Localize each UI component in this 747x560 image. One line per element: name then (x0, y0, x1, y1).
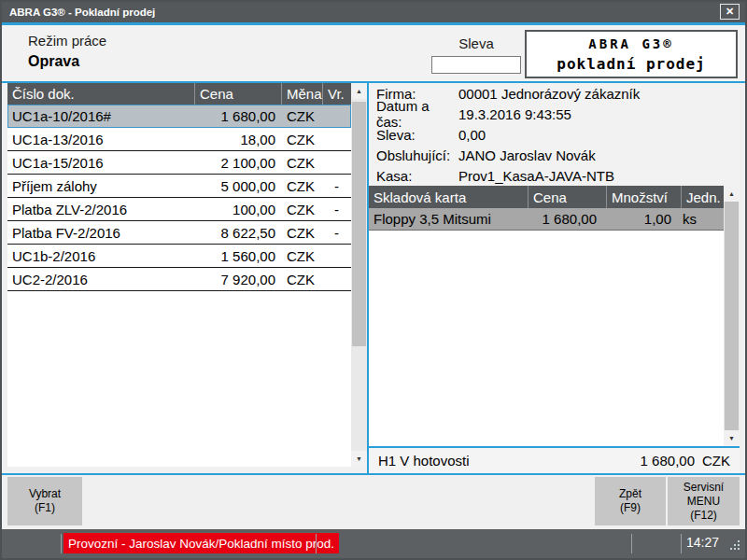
table-row[interactable]: UC1a-15/2016 2 100,00 CZK (7, 151, 351, 175)
table-row[interactable]: UC2-2/2016 7 920,00 CZK (7, 268, 351, 291)
col-stock-card: Skladová karta (369, 186, 528, 208)
info-row-datum: Datum a čas: 19.3.2016 9:43:55 (369, 104, 740, 124)
table-row[interactable]: UC1a-10/2016# 1 680,00 CZK (7, 105, 351, 128)
mode-value: Oprava (28, 53, 79, 70)
scroll-up-icon[interactable]: ▲ (724, 186, 740, 202)
scroll-up-icon[interactable]: ▲ (351, 83, 367, 99)
brand-line2: pokladní prodej (527, 55, 736, 73)
total-amount: 1 680,00 (641, 453, 702, 469)
col-quantity: Množství (606, 186, 681, 208)
service-menu-button[interactable]: Servisní MENU (F12) (668, 477, 740, 525)
documents-table-body: UC1a-10/2016# 1 680,00 CZK UC1a-13/2016 … (7, 105, 351, 467)
mode-label: Režim práce (28, 33, 106, 49)
payment-total-row: H1 V hotovosti 1 680,00 CZK (369, 446, 740, 473)
documents-scrollbar[interactable]: ▲ ▼ (351, 83, 367, 467)
documents-table-header: Číslo dok. Cena Měna Vr. (7, 83, 367, 105)
pos-window: ABRA G3® - Pokladní prodej ✕ Režim práce… (0, 0, 747, 560)
table-row[interactable]: UC1a-13/2016 18,00 CZK (7, 128, 351, 151)
col-currency: Měna (281, 83, 322, 105)
col-unit: Jedn. (681, 186, 724, 208)
status-badge: Provozní - Jaroslav Novák/Pokladní místo… (63, 533, 339, 553)
scroll-down-icon[interactable]: ▼ (351, 451, 367, 467)
select-button[interactable]: Vybrat (F1) (7, 477, 82, 525)
close-icon[interactable]: ✕ (720, 4, 740, 20)
table-row[interactable]: Příjem zálohy 5 000,00 CZK - (7, 175, 351, 198)
payment-method: H1 V hotovosti (369, 453, 641, 469)
button-bar: Vybrat (F1) Zpět (F9) Servisní MENU (F12… (2, 475, 745, 527)
scrollbar-thumb[interactable] (725, 202, 739, 430)
info-row-obsluhujici: Obsluhující: JANO Jaroslav Novák (369, 145, 740, 165)
items-scrollbar[interactable]: ▲ ▼ (724, 186, 740, 446)
discount-input[interactable] (431, 56, 521, 74)
discount-label: Sleva (431, 35, 521, 51)
back-button[interactable]: Zpět (F9) (595, 477, 666, 525)
col-item-price: Cena (528, 186, 606, 208)
scroll-down-icon[interactable]: ▼ (724, 430, 740, 446)
info-row-sleva: Sleva: 0,00 (369, 124, 740, 145)
total-currency: CZK (702, 453, 740, 469)
detail-panel: Firma: 00001 Jednorázový zákazník Datum … (367, 83, 740, 473)
items-table-header: Skladová karta Cena Množství Jedn. (369, 186, 740, 208)
table-row[interactable]: Platba ZLV-2/2016 100,00 CZK - (7, 198, 351, 221)
table-row[interactable]: UC1b-2/2016 1 560,00 CZK (7, 245, 351, 268)
table-row[interactable]: Platba FV-2/2016 8 622,50 CZK - (7, 221, 351, 245)
title-bar: ABRA G3® - Pokladní prodej ✕ (2, 2, 745, 22)
brand-line1: ABRA G3® (527, 36, 736, 51)
status-bar: Provozní - Jaroslav Novák/Pokladní místo… (2, 529, 745, 558)
items-table-body: Floppy 3,5 Mitsumi 1 680,00 1,00 ks (369, 208, 724, 446)
window-title: ABRA G3® - Pokladní prodej (9, 7, 155, 18)
documents-panel: Číslo dok. Cena Měna Vr. UC1a-10/2016# 1… (7, 83, 367, 467)
clock: 14:27 (686, 535, 719, 550)
col-price: Cena (194, 83, 281, 105)
list-item[interactable]: Floppy 3,5 Mitsumi 1 680,00 1,00 ks (369, 208, 724, 231)
info-row-kasa: Kasa: Prov1_KasaA-JAVA-NTB (369, 165, 740, 186)
brand-box: ABRA G3® pokladní prodej (525, 30, 738, 78)
scrollbar-thumb[interactable] (352, 102, 366, 346)
col-doc-number: Číslo dok. (7, 83, 194, 105)
mode-header: Režim práce Oprava Sleva ABRA G3® poklad… (2, 25, 745, 83)
col-vr: Vr. (322, 83, 351, 105)
document-info: Firma: 00001 Jednorázový zákazník Datum … (369, 83, 740, 186)
resize-grip-icon[interactable] (729, 540, 740, 552)
